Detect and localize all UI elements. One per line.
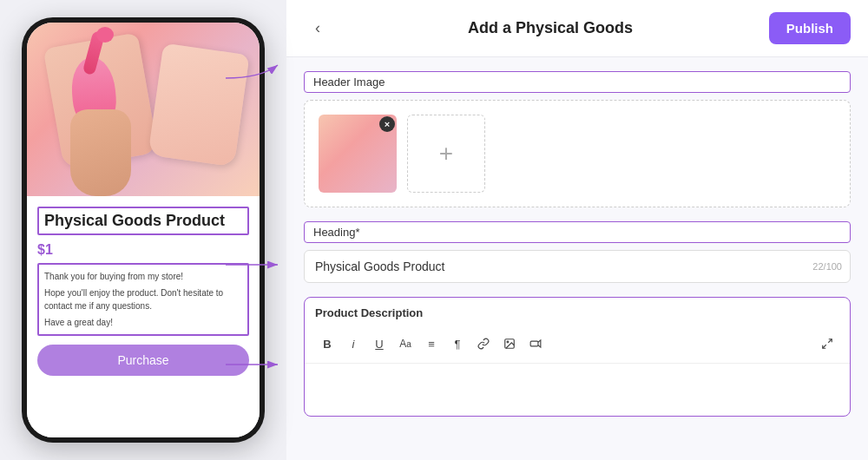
header-image-section: Header Image × + (304, 71, 851, 207)
heading-label: Heading* (304, 221, 851, 243)
uploaded-image-thumb: × (319, 115, 397, 193)
header-image-label: Header Image (304, 71, 851, 93)
italic-button[interactable]: i (341, 332, 365, 356)
heading-section: Heading* 22/100 (304, 221, 851, 283)
heading-char-count: 22/100 (812, 261, 842, 272)
form-title: Add a Physical Goods (468, 19, 633, 37)
add-image-button[interactable]: + (407, 115, 485, 193)
description-content[interactable] (305, 364, 850, 416)
desc-line-2: Hope you'll enjoy the product. Don't hes… (44, 286, 242, 312)
svg-line-5 (823, 345, 826, 348)
font-size-button[interactable]: Aa (393, 332, 418, 356)
image-upload-area[interactable]: × + (304, 100, 851, 207)
phone-hero-image (27, 23, 260, 196)
form-panel: ‹ Add a Physical Goods Publish Header Im… (286, 0, 868, 460)
phone-price: $1 (37, 242, 249, 258)
phone-product-title: Physical Goods Product (37, 207, 249, 235)
svg-line-4 (828, 339, 832, 343)
back-button[interactable]: ‹ (304, 15, 332, 43)
phone-content: Physical Goods Product $1 Thank you for … (27, 196, 260, 437)
underline-button[interactable]: U (367, 332, 391, 356)
svg-point-2 (507, 341, 509, 343)
phone-mockup: Physical Goods Product $1 Thank you for … (22, 17, 265, 443)
heading-input[interactable] (304, 250, 851, 283)
desc-line-3: Have a great day! (44, 316, 242, 329)
image-button[interactable] (497, 332, 522, 356)
phone-preview-panel: Physical Goods Product $1 Thank you for … (0, 0, 286, 460)
product-description-section: Product Description B i U Aa ≡ ¶ (304, 297, 851, 417)
purchase-button[interactable]: Purchase (37, 345, 249, 376)
back-icon: ‹ (315, 19, 320, 37)
phone-description: Thank you for buying from my store! Hope… (37, 263, 249, 336)
editor-toolbar: B i U Aa ≡ ¶ (305, 325, 850, 364)
form-header: ‹ Add a Physical Goods Publish (286, 0, 868, 57)
description-label: Product Description (305, 298, 850, 325)
paragraph-button[interactable]: ¶ (445, 332, 470, 356)
plus-icon: + (439, 140, 453, 168)
remove-image-button[interactable]: × (379, 116, 395, 132)
publish-button[interactable]: Publish (769, 12, 851, 44)
desc-line-1: Thank you for buying from my store! (44, 270, 242, 283)
video-button[interactable] (523, 332, 548, 356)
heading-input-wrap: 22/100 (304, 250, 851, 283)
form-body: Header Image × + Heading* 22/100 Pr (286, 57, 868, 430)
link-button[interactable] (471, 332, 496, 356)
phone-screen: Physical Goods Product $1 Thank you for … (27, 23, 260, 437)
bold-button[interactable]: B (315, 332, 339, 356)
expand-button[interactable] (815, 332, 839, 356)
svg-rect-3 (530, 341, 538, 346)
description-editor: Product Description B i U Aa ≡ ¶ (304, 297, 851, 417)
align-button[interactable]: ≡ (419, 332, 444, 356)
